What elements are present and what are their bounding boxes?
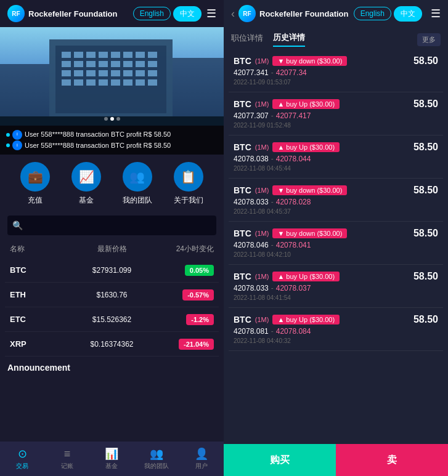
nav-user[interactable]: 👤 用户 — [179, 442, 224, 476]
table-row[interactable]: ETH $1630.76 -0.57% — [5, 283, 219, 307]
history-time: 2022-11-08 04:41:54 — [234, 294, 438, 301]
history-item[interactable]: BTC (1M) ▼ buy down ($30.00) 58.50 42078… — [229, 179, 443, 222]
direction-text: buy Up — [286, 273, 307, 280]
price-xrp: $0.16374362 — [68, 340, 156, 349]
direction-text: buy down — [286, 57, 315, 65]
direction-icon: ▼ — [277, 187, 284, 194]
history-item-top: BTC (1M) ▼ buy down ($30.00) 58.50 — [234, 185, 438, 196]
back-button[interactable]: ‹ — [231, 7, 235, 20]
right-chinese-btn[interactable]: 中文 — [394, 6, 422, 22]
chinese-btn[interactable]: 中文 — [173, 6, 202, 22]
right-lang-switcher: English 中文 — [354, 6, 422, 22]
direction-text: buy Up — [286, 100, 307, 108]
direction-text: buy Up — [286, 143, 307, 151]
nav-fund[interactable]: 📊 基金 — [89, 442, 134, 476]
dot-2 — [110, 117, 114, 121]
svg-rect-34 — [148, 79, 157, 86]
direction-badge: ▲ buy Up ($30.00) — [272, 315, 340, 325]
buy-button[interactable]: 购买 — [224, 444, 336, 476]
announcement: Announcement — [0, 357, 224, 379]
price-to: 42077.34 — [276, 68, 307, 77]
nav-ledger[interactable]: ≡ 记账 — [45, 442, 90, 476]
table-row[interactable]: XRP $0.16374362 -21.04% — [5, 332, 219, 357]
action-team[interactable]: 👥 我的团队 — [123, 162, 152, 206]
left-panel: RF Rockefeller Foundation English 中文 ☰ — [0, 0, 224, 476]
history-item-top: BTC (1M) ▲ buy Up ($30.00) 58.50 — [234, 99, 438, 110]
history-item[interactable]: BTC (1M) ▲ buy Up ($30.00) 58.50 42078.0… — [229, 265, 443, 308]
search-bar[interactable]: 🔍 — [7, 216, 216, 235]
search-icon: 🔍 — [12, 220, 23, 230]
coin-name: BTC — [234, 99, 251, 109]
price-to: 42078.044 — [276, 155, 311, 163]
header-name: 名称 — [10, 244, 68, 254]
history-item-left: BTC (1M) ▲ buy Up ($30.00) — [234, 99, 340, 109]
price-to: 42077.417 — [276, 111, 311, 120]
tab-position[interactable]: 职位详情 — [231, 33, 263, 46]
action-fund[interactable]: 📈 基金 — [71, 162, 101, 206]
price-to: 42078.084 — [276, 327, 311, 336]
action-recharge[interactable]: 💼 充值 — [20, 162, 50, 206]
bottom-nav: ⊙ 交易 ≡ 记账 📊 基金 👥 我的团队 👤 用户 — [0, 442, 224, 476]
price-to: 42078.041 — [276, 241, 311, 249]
coin-name: BTC — [234, 185, 251, 195]
banner — [0, 27, 224, 126]
team-icon: 👥 — [123, 162, 152, 192]
coin-eth: ETH — [10, 290, 68, 299]
myteam-icon: 👥 — [150, 447, 163, 461]
user-icon: 👤 — [195, 447, 208, 461]
menu-icon[interactable]: ☰ — [206, 7, 216, 20]
tab-history[interactable]: 历史详情 — [273, 32, 305, 47]
history-item[interactable]: BTC (1M) ▲ buy Up ($30.00) 58.50 42078.0… — [229, 135, 443, 179]
direction-icon: ▲ — [277, 316, 284, 323]
svg-rect-12 — [74, 61, 83, 67]
coin-name: BTC — [234, 272, 251, 281]
history-item[interactable]: BTC (1M) ▲ buy Up ($30.00) 58.50 42077.3… — [229, 92, 443, 135]
direction-icon: ▼ — [277, 230, 284, 237]
more-button[interactable]: 更多 — [417, 33, 441, 46]
fund-icon: 📈 — [71, 162, 101, 192]
history-item-top: BTC (1M) ▲ buy Up ($30.00) 58.50 — [234, 271, 438, 282]
coin-period: (1M) — [255, 316, 269, 323]
action-about[interactable]: 📋 关于我们 — [174, 162, 203, 206]
logo-icon: RF — [7, 5, 25, 22]
quick-actions: 💼 充值 📈 基金 👥 我的团队 📋 关于我们 — [0, 155, 224, 213]
price-from: 42078.046 — [234, 241, 269, 249]
ticker-icon-2: i — [12, 140, 22, 150]
right-english-btn[interactable]: English — [354, 7, 391, 20]
history-item[interactable]: BTC (1M) ▲ buy Up ($30.00) 58.50 42078.0… — [229, 308, 443, 351]
table-row[interactable]: BTC $27931.099 0.05% — [5, 258, 219, 283]
price-to: 42078.028 — [276, 198, 311, 206]
coin-name: BTC — [234, 56, 251, 66]
history-time: 2022-11-08 04:45:44 — [234, 165, 438, 172]
ticker-icon-1: i — [12, 130, 22, 140]
right-menu-icon[interactable]: ☰ — [431, 7, 441, 20]
sell-button[interactable]: 卖 — [336, 444, 448, 476]
svg-rect-29 — [86, 79, 96, 86]
history-item-left: BTC (1M) ▲ buy Up ($30.00) — [234, 272, 340, 281]
banner-dots — [104, 117, 120, 121]
nav-trade[interactable]: ⊙ 交易 — [0, 442, 45, 476]
amount-text: ($30.00) — [317, 57, 342, 65]
coin-period: (1M) — [255, 143, 269, 151]
recharge-icon: 💼 — [20, 162, 50, 192]
history-item-prices: 42077.341 - 42077.34 — [234, 68, 438, 77]
price-eth: $1630.76 — [68, 291, 156, 299]
profit-value: 58.50 — [413, 55, 438, 67]
user-label: 用户 — [195, 462, 208, 470]
ticker-item-2: i User 558****888 transaction BTC profit… — [6, 140, 218, 151]
table-row[interactable]: ETC $15.526362 -1.2% — [5, 307, 219, 332]
svg-rect-31 — [111, 79, 120, 86]
history-item-top: BTC (1M) ▼ buy down ($30.00) 58.50 — [234, 228, 438, 239]
history-item[interactable]: BTC (1M) ▼ buy down ($30.00) 58.50 42077… — [229, 49, 443, 92]
history-time: 2022-11-08 04:42:10 — [234, 251, 438, 258]
nav-myteam[interactable]: 👥 我的团队 — [134, 442, 179, 476]
fund-label: 基金 — [79, 195, 94, 206]
price-from: 42077.307 — [234, 111, 269, 120]
coin-name: BTC — [234, 315, 251, 325]
english-btn[interactable]: English — [133, 7, 171, 20]
svg-rect-23 — [111, 70, 120, 76]
svg-rect-6 — [99, 52, 108, 58]
history-item[interactable]: BTC (1M) ▼ buy down ($30.00) 58.50 42078… — [229, 222, 443, 265]
svg-rect-14 — [99, 61, 108, 67]
price-from: 42077.341 — [234, 68, 269, 77]
